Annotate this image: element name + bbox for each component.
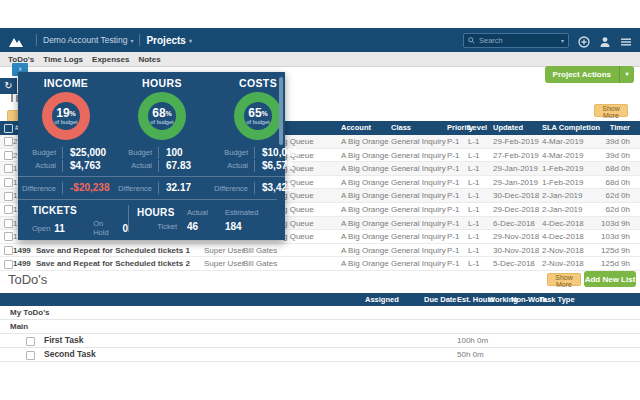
stat-title: HOURS [114, 77, 210, 89]
refresh-icon[interactable]: ↻ [0, 78, 17, 94]
ticket-priority: P-1 [447, 176, 459, 189]
todo-est-hours: 100h 0m [457, 334, 488, 347]
ticket-number: 1 [13, 189, 17, 202]
ticket-updated: 30-Nov-2018 [493, 244, 539, 257]
tickets-summary: TICKETS Open 11 On Hold 0 [18, 200, 128, 240]
estimated-column-label: Estimated [225, 208, 277, 217]
ticket-technician: Bill Gates [243, 257, 277, 270]
chevron-down-icon: ▾ [619, 66, 634, 83]
account-menu-label: Demo Account Testing [43, 35, 127, 45]
todo-task-row[interactable]: Second Task50h 0m [0, 348, 640, 362]
column-header-account[interactable]: Account [341, 121, 371, 135]
ticket-assigned: Super User [204, 257, 244, 270]
todos-show-more-button[interactable]: Show More [547, 273, 581, 286]
todo-task-label: First Task [44, 334, 84, 347]
ticket-level: L-1 [468, 189, 480, 202]
row-checkbox[interactable] [4, 219, 13, 228]
todo-group-row[interactable]: My ToDo's [0, 306, 640, 320]
hours-actual-value: 46 [187, 221, 225, 232]
row-checkbox[interactable] [4, 205, 13, 214]
tickets-show-more-button[interactable]: Show More [594, 104, 628, 117]
ticket-level: L-1 [468, 162, 480, 175]
stat-column-income: INCOME19%of budgetBudget$25,000Actual$4,… [18, 77, 114, 195]
chevron-down-icon: ▾ [561, 37, 564, 44]
row-checkbox[interactable] [4, 164, 13, 173]
todos-table-header: AssignedDue DateEst. HoursWorkingNon-Wor… [0, 293, 640, 306]
user-icon[interactable] [599, 34, 611, 46]
ticket-row-label: Ticket [137, 222, 187, 231]
difference-value: $3,421 [254, 182, 306, 194]
column-header-level[interactable]: Level [468, 121, 487, 135]
project-actions-button[interactable]: Project Actions ▾ [545, 66, 634, 83]
ticket-sla-completion: 2-Jan-2019 [542, 203, 582, 216]
ticket-sla-completion: 4-Dec-2018 [542, 230, 584, 243]
ticket-sla-completion: 4-Dec-2018 [542, 217, 584, 230]
column-header-task-type[interactable]: Task Type [539, 293, 575, 306]
ticket-class: General Inquiry [391, 217, 446, 230]
todo-task-row[interactable]: First Task100h 0m [0, 334, 640, 348]
todo-group-row[interactable]: Main [0, 320, 640, 334]
app-window: Demo Account Testing ▾ Projects ▾ Search… [0, 0, 640, 400]
row-checkbox[interactable] [4, 246, 13, 255]
budget-label: Budget [18, 148, 56, 157]
add-new-list-button[interactable]: Add New List [584, 271, 636, 287]
todo-checkbox[interactable] [26, 351, 35, 360]
tab-notes[interactable]: Notes [138, 55, 160, 64]
row-checkbox[interactable] [4, 260, 13, 269]
column-header-updated[interactable]: Updated [493, 121, 523, 135]
difference-row: Difference$3,421 [210, 176, 306, 195]
search-input[interactable]: Search ▾ [463, 33, 569, 48]
budget-label: Budget [210, 148, 248, 157]
budget-label: Budget [114, 148, 152, 157]
ticket-class: General Inquiry [391, 244, 446, 257]
column-header-assigned[interactable]: Assigned [365, 293, 399, 306]
todo-checkbox[interactable] [26, 337, 35, 346]
actual-label: Actual [210, 161, 248, 170]
actual-column-label: Actual [187, 208, 225, 217]
projects-menu[interactable]: Projects ▾ [146, 35, 191, 46]
menu-icon[interactable] [620, 34, 632, 46]
ticket-priority: P-1 [447, 257, 459, 270]
ticket-assigned: Super User [204, 244, 244, 257]
column-header-due-date[interactable]: Due Date [424, 293, 457, 306]
projects-menu-label: Projects [146, 35, 185, 46]
row-checkbox[interactable] [4, 137, 13, 146]
module-tabs: ToDo'sTime LogsExpensesNotes [0, 52, 640, 67]
tab-expenses[interactable]: Expenses [92, 55, 129, 64]
ticket-account: A Big Orange [341, 149, 389, 162]
app-logo-icon[interactable] [8, 34, 24, 46]
select-all-checkbox[interactable] [4, 124, 13, 133]
ticket-timer: 62d 0h [606, 203, 630, 216]
ticket-timer: 125d 9h [601, 244, 630, 257]
ticket-number: 1 [13, 217, 17, 230]
column-header-timer[interactable]: Timer [610, 121, 630, 135]
column-header-class[interactable]: Class [391, 121, 411, 135]
hours-summary: HOURS Actual Estimated Ticket 46 184 [128, 205, 277, 232]
stat-title: INCOME [18, 77, 114, 89]
add-icon[interactable] [578, 34, 590, 46]
row-checkbox[interactable] [4, 192, 13, 201]
ticket-sla-completion: 1-Feb-2019 [542, 162, 583, 175]
stat-column-hours: HOURS68%of budgetBudget100Actual67.83Dif… [114, 77, 210, 195]
ticket-number: 2 [13, 135, 17, 148]
ticket-account: A Big Orange [341, 257, 389, 270]
ticket-updated: 27-Feb-2019 [493, 149, 539, 162]
row-checkbox[interactable] [4, 151, 13, 160]
todo-group-label: Main [10, 320, 28, 333]
row-checkbox[interactable] [4, 178, 13, 187]
panel-scrollbar[interactable] [279, 77, 283, 145]
difference-row: Difference32.17 [114, 176, 210, 195]
ticket-level: L-1 [468, 176, 480, 189]
ticket-row[interactable]: 1499Save and Repeat for Scheduled ticket… [0, 257, 640, 271]
difference-label: Difference [210, 184, 248, 193]
tab-time-logs[interactable]: Time Logs [43, 55, 83, 64]
percent-number: 65 [248, 106, 261, 120]
search-placeholder: Search [479, 36, 557, 45]
ticket-sla-completion: 4-Mar-2019 [542, 149, 583, 162]
on-hold-label: On Hold [93, 219, 118, 237]
budget-donut-chart: 19%of budget [42, 92, 90, 140]
column-header-sla-completion[interactable]: SLA Completion [542, 121, 600, 135]
ticket-row[interactable]: 1499Save and Repeat for Scheduled ticket… [0, 244, 640, 258]
row-checkbox[interactable] [4, 232, 13, 241]
account-menu[interactable]: Demo Account Testing ▾ [43, 35, 133, 45]
